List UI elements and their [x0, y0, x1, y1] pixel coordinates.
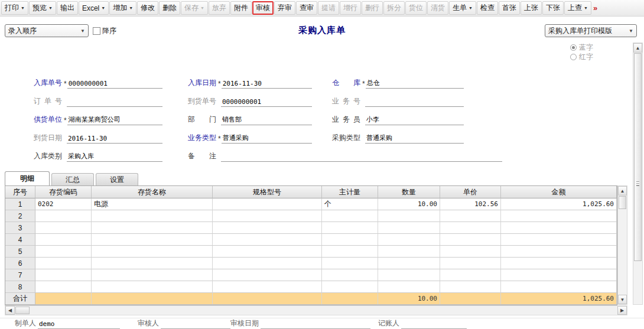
grid-cell[interactable]: [35, 269, 92, 281]
grid-cell[interactable]: [35, 222, 92, 234]
tab-settings[interactable]: 设置: [96, 173, 138, 185]
grid-cell[interactable]: [322, 269, 378, 281]
scroll-right-icon[interactable]: ▶: [617, 306, 627, 315]
grid-cell[interactable]: [213, 246, 322, 258]
grid-cell[interactable]: 电源: [92, 198, 213, 210]
grid-cell[interactable]: 个: [322, 198, 378, 210]
grid-cell[interactable]: [213, 210, 322, 222]
scroll-down-icon[interactable]: ▼: [618, 295, 627, 304]
tab-summary[interactable]: 汇总: [51, 173, 94, 185]
grid-cell[interactable]: [440, 222, 501, 234]
grid-cell[interactable]: [440, 269, 501, 281]
grid-hscroll-thumb[interactable]: [15, 307, 30, 314]
field-value[interactable]: 2016-11-30: [67, 135, 162, 144]
grid-cell[interactable]: [378, 269, 440, 281]
grid-cell[interactable]: [92, 258, 213, 269]
field-value[interactable]: 总仓: [366, 79, 464, 89]
toolbar-button-generate[interactable]: 生单▼: [449, 1, 476, 15]
grid-cell[interactable]: [378, 210, 440, 222]
toolbar-button-delete[interactable]: 删除: [159, 1, 180, 15]
toolbar-button-print[interactable]: 打印▼: [1, 1, 28, 15]
grid-cell[interactable]: [501, 269, 617, 281]
grid-cell[interactable]: [322, 246, 378, 258]
grid-cell[interactable]: [92, 222, 213, 234]
grid-cell[interactable]: [322, 210, 378, 222]
radio-blue[interactable]: [570, 44, 577, 51]
toolbar-button-excel[interactable]: Excel▼: [79, 1, 109, 15]
grid-cell[interactable]: [322, 234, 378, 246]
toolbar-button-attachment[interactable]: 附件: [230, 1, 252, 15]
toolbar-button-prev[interactable]: 上张: [521, 1, 542, 15]
toolbar-button-first[interactable]: 首张: [499, 1, 520, 15]
field-value[interactable]: 销售部: [221, 115, 312, 125]
grid-cell[interactable]: [501, 210, 617, 222]
grid-cell[interactable]: 1,025.60: [501, 198, 617, 210]
grid-cell[interactable]: [378, 258, 440, 269]
field-value[interactable]: [221, 161, 502, 162]
toolbar-button-search-up[interactable]: 上查▼: [564, 1, 591, 15]
toolbar-button-preview[interactable]: 预览▼: [29, 1, 56, 15]
field-value[interactable]: [67, 106, 162, 107]
grid-cell[interactable]: [92, 246, 213, 258]
grid-cell[interactable]: [92, 281, 213, 293]
grid-cell[interactable]: [92, 269, 213, 281]
grid-cell[interactable]: [440, 258, 501, 269]
page-vscroll-thumb[interactable]: [634, 53, 642, 261]
grid-cell[interactable]: [378, 222, 440, 234]
grid-cell[interactable]: [378, 234, 440, 246]
grid-cell[interactable]: [501, 281, 617, 293]
grid-cell[interactable]: [440, 234, 501, 246]
grid-cell[interactable]: 0202: [35, 198, 92, 210]
toolbar-overflow-chevron-icon[interactable]: »: [593, 4, 597, 12]
field-value[interactable]: 湖南某某商贸公司: [67, 115, 162, 125]
grid-cell[interactable]: [440, 281, 501, 293]
grid-cell[interactable]: [378, 281, 440, 293]
grid-cell[interactable]: [322, 258, 378, 269]
grid-cell[interactable]: [213, 258, 322, 269]
scroll-up-icon[interactable]: ▲: [633, 43, 642, 53]
grid-cell[interactable]: [322, 222, 378, 234]
radio-red[interactable]: [570, 54, 577, 60]
toolbar-button-audit[interactable]: 审核: [252, 1, 274, 15]
grid-cell[interactable]: [35, 210, 92, 222]
toolbar-button-export[interactable]: 输出: [57, 1, 78, 15]
grid-cell[interactable]: [213, 269, 322, 281]
grid-cell[interactable]: [213, 234, 322, 246]
grid-cell[interactable]: [35, 234, 92, 246]
field-value[interactable]: 0000000001: [67, 80, 162, 89]
field-value[interactable]: 采购入库: [67, 152, 162, 162]
grid-cell[interactable]: [440, 210, 501, 222]
toolbar-button-next[interactable]: 下张: [542, 1, 564, 15]
toolbar-button-audit-query[interactable]: 查审: [296, 1, 317, 15]
grid-cell[interactable]: [378, 246, 440, 258]
grid-cell[interactable]: [322, 281, 378, 293]
field-value[interactable]: 2016-11-30: [222, 80, 312, 89]
toolbar-button-modify[interactable]: 修改: [137, 1, 158, 15]
grid-cell[interactable]: [213, 198, 322, 210]
grid-cell[interactable]: [501, 222, 617, 234]
toolbar-button-unaudit[interactable]: 弃审: [274, 1, 295, 15]
grid-cell[interactable]: [35, 281, 92, 293]
field-value[interactable]: 0000000001: [221, 98, 312, 107]
field-value[interactable]: [365, 106, 464, 107]
grid-cell[interactable]: [213, 281, 322, 293]
field-value[interactable]: 普通采购: [365, 133, 464, 144]
grid-cell[interactable]: [213, 222, 322, 234]
grid-vscroll-thumb[interactable]: [619, 196, 626, 209]
grid-cell[interactable]: [501, 246, 617, 258]
print-template-combobox[interactable]: 采购入库单打印模版 ▼: [545, 24, 637, 37]
scroll-left-icon[interactable]: ◀: [5, 306, 15, 315]
grid-cell[interactable]: [92, 210, 213, 222]
toolbar-button-check[interactable]: 检查: [477, 1, 498, 15]
grid-cell[interactable]: [440, 246, 501, 258]
grid-cell[interactable]: [501, 234, 617, 246]
field-value[interactable]: 普通采购: [222, 133, 312, 144]
grid-cell[interactable]: [501, 258, 617, 269]
grid-cell[interactable]: [35, 258, 92, 269]
toolbar-button-add[interactable]: 增加▼: [109, 1, 136, 15]
scroll-up-icon[interactable]: ▲: [618, 186, 627, 196]
field-value[interactable]: 小李: [365, 115, 464, 125]
grid-cell[interactable]: [35, 246, 92, 258]
grid-cell[interactable]: 10.00: [378, 198, 440, 210]
grid-cell[interactable]: [92, 234, 213, 246]
